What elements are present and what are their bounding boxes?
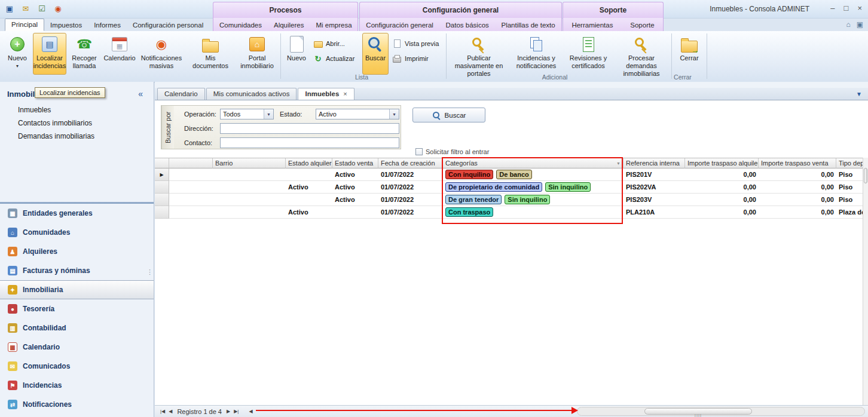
ribbon-tab-soporte[interactable]: Soporte	[624, 19, 660, 30]
vertical-scrollbar[interactable]	[863, 158, 868, 405]
ribbon-button-nuevo[interactable]: Nuevo ▾	[3, 33, 32, 75]
column-header-importe-traspaso-venta[interactable]: Importe traspaso venta	[759, 158, 836, 168]
ribbon-tab-configuracion-personal[interactable]: Configuración personal	[127, 19, 209, 30]
collapse-sidebar-icon[interactable]: «	[138, 89, 143, 99]
sidebar-nav-comunidades[interactable]: Comunidades	[0, 223, 154, 242]
ribbon-button-incidencias-notificaciones[interactable]: Incidencias y notificaciones	[510, 33, 563, 75]
ribbon-tab-datos-basicos[interactable]: Datos básicos	[440, 19, 495, 30]
ribbon-button-calendario[interactable]: Calendario	[102, 33, 137, 75]
tab-list-dropdown-icon[interactable]: ▼	[856, 91, 862, 97]
ribbon-tab-plantillas-de-texto[interactable]: Plantillas de texto	[495, 19, 561, 30]
estado-select[interactable]: Activo ▾	[316, 109, 399, 119]
ribbon-tab-informes[interactable]: Informes	[88, 19, 127, 30]
ribbon-tab-mi-empresa[interactable]: Mi empresa	[310, 19, 357, 30]
ribbon-button-revisiones-certificados[interactable]: Revisiones y certificados	[564, 33, 613, 75]
minimize-button[interactable]: –	[830, 4, 835, 13]
ribbon-separator	[671, 33, 672, 79]
ribbon-tab-configuracion-general[interactable]: Configuración general	[360, 19, 439, 30]
sidebar-nav-notificaciones[interactable]: Notificaciones	[0, 395, 154, 414]
ribbon-button-nuevo-lista[interactable]: Nuevo	[283, 33, 310, 75]
checkbox-icon[interactable]	[415, 148, 423, 155]
ribbon-button-procesar-demandas[interactable]: Procesar demandas inmobiliarias	[614, 33, 669, 75]
ribbon-tab-alquileres[interactable]: Alquileres	[268, 19, 310, 30]
ribbon-button-actualizar[interactable]: Actualizar	[311, 54, 360, 63]
ribbon-tab-herramientas[interactable]: Herramientas	[566, 19, 619, 30]
column-header-estado-alquiler[interactable]: Estado alquiler	[286, 158, 332, 168]
maximize-button[interactable]: □	[844, 4, 849, 13]
ribbon-tab-principal[interactable]: Principal	[5, 19, 44, 31]
ribbon-button-abrir[interactable]: Abrir...	[311, 39, 360, 48]
ribbon-button-cerrar[interactable]: Cerrar	[674, 33, 704, 75]
column-header-referencia-interna[interactable]: Referencia interna	[624, 158, 685, 168]
sidebar-nav-alquileres[interactable]: Alquileres	[0, 242, 154, 261]
home-icon[interactable]: ⌂	[846, 20, 850, 29]
broadcast-icon[interactable]: ◉	[52, 2, 64, 14]
ribbon-group-label-adicional: Adicional	[519, 73, 591, 81]
row-indicator[interactable]: ▶	[155, 168, 169, 181]
horizontal-scrollbar[interactable]: ||||	[577, 407, 865, 416]
document-tab-inmuebles[interactable]: Inmuebles×	[298, 88, 354, 100]
ribbon-tab-impuestos[interactable]: Impuestos	[44, 19, 88, 30]
window-panel-icon[interactable]: ▣	[857, 20, 863, 29]
sidebar-nav-tesoreria[interactable]: Tesorería	[0, 299, 154, 318]
vertical-scrollbar-thumb[interactable]	[864, 168, 867, 183]
cell-referencia-interna: PIS201V	[624, 168, 685, 181]
indicator-column-header	[155, 158, 169, 168]
previous-record-button[interactable]: ◀	[169, 409, 172, 414]
buscar-button[interactable]: Buscar	[412, 108, 485, 122]
filter-panel-tab[interactable]: Buscar por	[161, 106, 174, 149]
ribbon-button-label: Calendario	[103, 54, 135, 62]
ribbon-button-recoger-llamada[interactable]: Recoger llamada	[68, 33, 101, 75]
ribbon-button-vista-previa[interactable]: Vista previa	[390, 39, 443, 48]
sidebar-nav-incidencias[interactable]: Incidencias	[0, 376, 154, 395]
cell-col0	[169, 194, 213, 206]
close-button[interactable]: ×	[857, 4, 862, 13]
sidebar-nav-inmobiliaria[interactable]: Inmobiliaria	[0, 280, 154, 299]
column-header-barrio[interactable]: Barrio	[213, 158, 286, 168]
ribbon-button-localizar-incidencias[interactable]: Localizar incidencias	[33, 33, 66, 75]
ribbon-button-label: Localizar incidencias	[33, 54, 66, 70]
ribbon-button-mis-documentos[interactable]: Mis documentos	[186, 33, 235, 75]
column-header-importe-traspaso-alquiler[interactable]: Importe traspaso alquiler	[685, 158, 759, 168]
notifications-icon	[8, 400, 17, 409]
notes-icon[interactable]: ☑	[36, 2, 48, 14]
sidebar-item-contactos-inmobiliarios[interactable]: Contactos inmobiliarios	[0, 116, 154, 130]
column-header-estado-venta[interactable]: Estado venta	[332, 158, 378, 168]
ribbon-button-buscar[interactable]: Buscar	[362, 33, 389, 75]
ribbon-button-portal-inmobiliario[interactable]: Portal inmobiliario	[236, 33, 278, 75]
next-record-button[interactable]: ▶	[227, 409, 230, 414]
row-indicator[interactable]	[155, 206, 169, 219]
document-tab-calendario[interactable]: Calendario	[157, 88, 205, 100]
solicitar-filtro-checkbox[interactable]: Solicitar filtro al entrar	[415, 148, 489, 155]
row-indicator[interactable]	[155, 194, 169, 206]
scroll-left-button[interactable]: ◀	[249, 409, 252, 414]
sidebar-item-list: InmueblesContactos inmobiliariosDemandas…	[0, 103, 154, 143]
document-tab-mis-comunicados-activos[interactable]: Mis comunicados activos	[206, 88, 297, 100]
sidebar-nav-calendario[interactable]: Calendario	[0, 338, 154, 357]
last-record-button[interactable]: ▶|	[234, 409, 239, 414]
sidebar-nav-label: Comunidades	[23, 228, 70, 237]
first-record-button[interactable]: |◀	[160, 409, 165, 414]
ribbon-button-publicar-masivamente[interactable]: Publicar masivamente en portales	[449, 33, 509, 75]
mail-icon[interactable]: ✉	[20, 2, 32, 14]
column-header-blank[interactable]	[169, 158, 213, 168]
sidebar-nav-contabilidad[interactable]: Contabilidad	[0, 318, 154, 338]
cell-estado-alquiler	[286, 168, 332, 181]
operacion-select[interactable]: Todos ▾	[220, 109, 274, 119]
contacto-input[interactable]	[220, 137, 399, 148]
splitter-handle[interactable]: ⋮	[146, 268, 153, 276]
sidebar-nav-entidades-generales[interactable]: Entidades generales	[0, 204, 154, 223]
direccion-input[interactable]	[220, 123, 399, 134]
ribbon-tab-comunidades[interactable]: Comunidades	[213, 19, 268, 30]
sidebar-item-inmuebles[interactable]: Inmuebles	[0, 103, 154, 116]
close-tab-icon[interactable]: ×	[343, 90, 347, 97]
sidebar-item-demandas-inmobiliarias[interactable]: Demandas inmobiliarias	[0, 130, 154, 143]
row-indicator[interactable]	[155, 181, 169, 194]
ribbon-button-notificaciones-masivas[interactable]: Notificaciones masivas	[138, 33, 185, 75]
column-header-fecha-de-creacion[interactable]: Fecha de creación	[378, 158, 443, 168]
sidebar-nav-comunicados[interactable]: Comunicados	[0, 357, 154, 376]
sidebar-nav-facturas-y-nominas[interactable]: Facturas y nóminas	[0, 261, 154, 280]
horizontal-scrollbar-thumb[interactable]: ||||	[644, 408, 752, 415]
ribbon-button-label: Imprimir	[405, 55, 429, 62]
ribbon-button-imprimir[interactable]: Imprimir	[390, 54, 443, 63]
